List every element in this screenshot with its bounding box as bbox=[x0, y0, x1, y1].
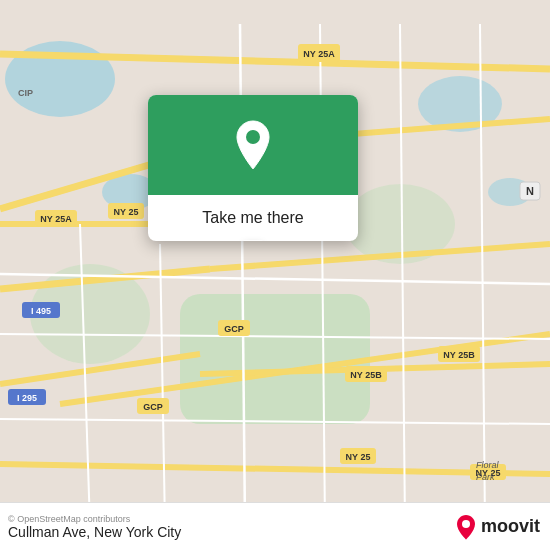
map-container: NY 25A NY 25 NY 25A NY 25 I 495 I 295 GC… bbox=[0, 0, 550, 550]
bottom-bar: © OpenStreetMap contributors Cullman Ave… bbox=[0, 502, 550, 550]
svg-text:GCP: GCP bbox=[143, 402, 163, 412]
svg-text:NY 25: NY 25 bbox=[346, 452, 371, 462]
bottom-left: © OpenStreetMap contributors Cullman Ave… bbox=[8, 514, 181, 540]
svg-text:NY 25A: NY 25A bbox=[303, 49, 335, 59]
copyright-text: © OpenStreetMap contributors bbox=[8, 514, 181, 524]
popup-button-area: Take me there bbox=[148, 195, 358, 241]
take-me-there-button[interactable]: Take me there bbox=[194, 205, 311, 231]
popup-tail bbox=[243, 240, 263, 241]
svg-text:I 495: I 495 bbox=[31, 306, 51, 316]
svg-text:NY 25A: NY 25A bbox=[40, 214, 72, 224]
map-background: NY 25A NY 25 NY 25A NY 25 I 495 I 295 GC… bbox=[0, 0, 550, 550]
popup-card: Take me there bbox=[148, 95, 358, 241]
svg-text:NY 25: NY 25 bbox=[114, 207, 139, 217]
moovit-logo: moovit bbox=[455, 514, 540, 540]
svg-text:Floral: Floral bbox=[476, 460, 500, 470]
popup-green-header bbox=[148, 95, 358, 195]
svg-text:NY 25B: NY 25B bbox=[443, 350, 475, 360]
location-pin-icon bbox=[231, 119, 275, 171]
svg-text:Park: Park bbox=[476, 472, 495, 482]
svg-text:N: N bbox=[526, 185, 534, 197]
svg-rect-5 bbox=[180, 294, 370, 424]
svg-text:NY 25B: NY 25B bbox=[350, 370, 382, 380]
svg-text:CIP: CIP bbox=[18, 88, 33, 98]
location-label: Cullman Ave, New York City bbox=[8, 524, 181, 540]
svg-point-57 bbox=[462, 520, 470, 528]
moovit-brand-text: moovit bbox=[481, 516, 540, 537]
moovit-pin-icon bbox=[455, 514, 477, 540]
svg-point-56 bbox=[246, 130, 260, 144]
svg-text:GCP: GCP bbox=[224, 324, 244, 334]
svg-text:I 295: I 295 bbox=[17, 393, 37, 403]
